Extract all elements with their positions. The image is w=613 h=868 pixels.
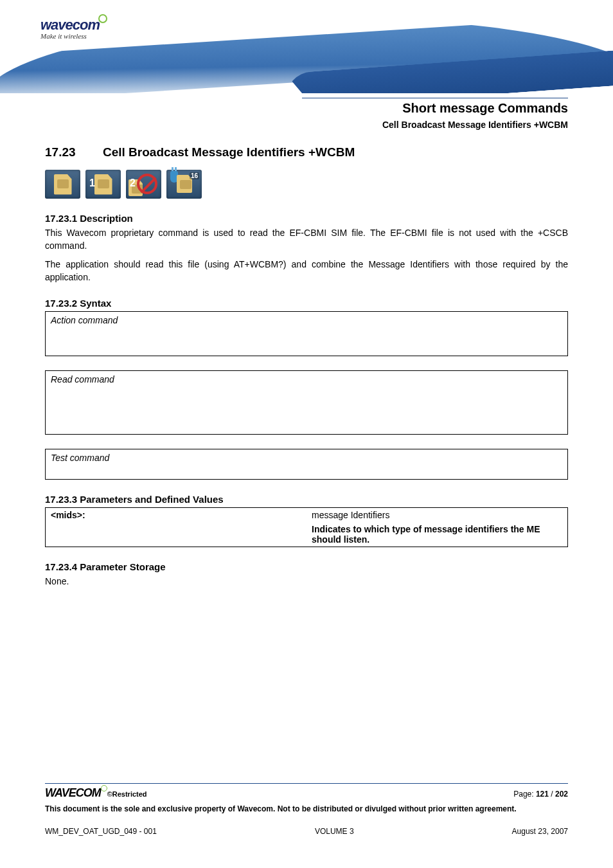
footer-swirl-icon: [101, 785, 107, 791]
subsection-syntax-heading: 17.23.2 Syntax: [45, 298, 568, 309]
sim-icon-plug: 16: [166, 170, 202, 199]
compat-icons-row: 1 2 16: [45, 170, 568, 199]
action-command-label: Action command: [51, 315, 118, 325]
storage-body: None.: [45, 575, 568, 588]
footer-volume: VOLUME 3: [315, 827, 354, 836]
sim-chip-icon: [94, 174, 112, 195]
sim-badge-16: 16: [190, 172, 199, 179]
param-name-cell: <mids>:: [46, 508, 307, 547]
sim-badge-1: 1: [89, 177, 95, 189]
chapter-title: Short message Commands: [45, 101, 568, 116]
subsection-description-heading: 17.23.1 Description: [45, 213, 568, 224]
logo-wordmark: wavecom: [40, 17, 100, 33]
footer-restricted: ©Restricted: [107, 790, 147, 798]
section-number: 17.23: [45, 145, 103, 159]
sim-badge-2: 2: [130, 177, 136, 189]
subsection-storage-heading: 17.23.4 Parameter Storage: [45, 561, 568, 572]
footer-docid: WM_DEV_OAT_UGD_049 - 001: [45, 827, 157, 836]
description-p2: The application should read this file (u…: [45, 258, 568, 284]
footer-page: Page: 121 / 202: [513, 790, 568, 799]
param-desc-2: Indicates to which type of message ident…: [306, 522, 568, 547]
header-rule: [302, 98, 568, 98]
prohibit-icon: [137, 174, 157, 194]
sim-icon-plain: [45, 170, 80, 199]
footer-logo: WAVECOM: [45, 786, 107, 799]
read-command-label: Read command: [51, 374, 114, 384]
logo-swirl-icon: [98, 14, 107, 23]
logo-tagline: Make it wireless: [40, 32, 107, 40]
chapter-subtitle: Cell Broadcast Message Identifiers +WCBM: [45, 120, 568, 130]
description-p1: This Wavecom proprietary command is used…: [45, 226, 568, 253]
footer: WAVECOM©Restricted Page: 121 / 202 This …: [45, 783, 568, 836]
subsection-params-heading: 17.23.3 Parameters and Defined Values: [45, 494, 568, 505]
action-command-box: Action command: [45, 311, 568, 356]
sim-icon-2-prohibited: 2: [126, 170, 161, 199]
footer-disclaimer: This document is the sole and exclusive …: [45, 804, 568, 814]
sim-chip-icon: [54, 174, 72, 195]
read-command-box: Read command: [45, 370, 568, 435]
logo: wavecom Make it wireless: [35, 14, 112, 41]
param-desc-1: message Identifiers: [306, 508, 568, 523]
footer-rule: [45, 783, 568, 784]
section-title: Cell Broadcast Message Identifiers +WCBM: [103, 145, 355, 159]
params-table: <mids>: message Identifiers Indicates to…: [45, 507, 568, 547]
footer-date: August 23, 2007: [512, 827, 568, 836]
test-command-box: Test command: [45, 449, 568, 480]
sim-icon-1: 1: [85, 170, 121, 199]
test-command-label: Test command: [51, 453, 109, 463]
section-heading: 17.23 Cell Broadcast Message Identifiers…: [45, 145, 568, 159]
table-row: <mids>: message Identifiers: [46, 508, 568, 523]
